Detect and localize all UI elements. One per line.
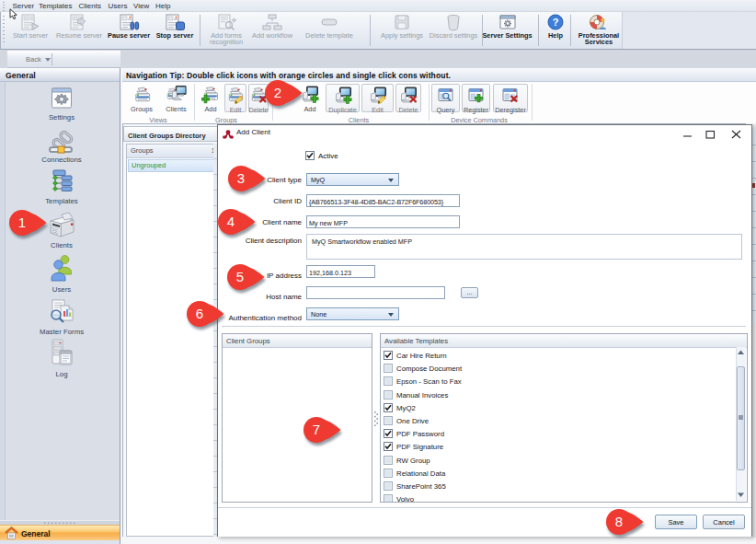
svg-text:2: 2 bbox=[274, 85, 281, 100]
svg-text:4: 4 bbox=[227, 214, 235, 229]
svg-text:8: 8 bbox=[615, 514, 623, 529]
svg-text:1: 1 bbox=[18, 214, 26, 230]
svg-text:7: 7 bbox=[313, 422, 320, 437]
svg-text:3: 3 bbox=[237, 170, 245, 186]
svg-text:6: 6 bbox=[196, 306, 203, 321]
svg-text:5: 5 bbox=[236, 269, 244, 284]
